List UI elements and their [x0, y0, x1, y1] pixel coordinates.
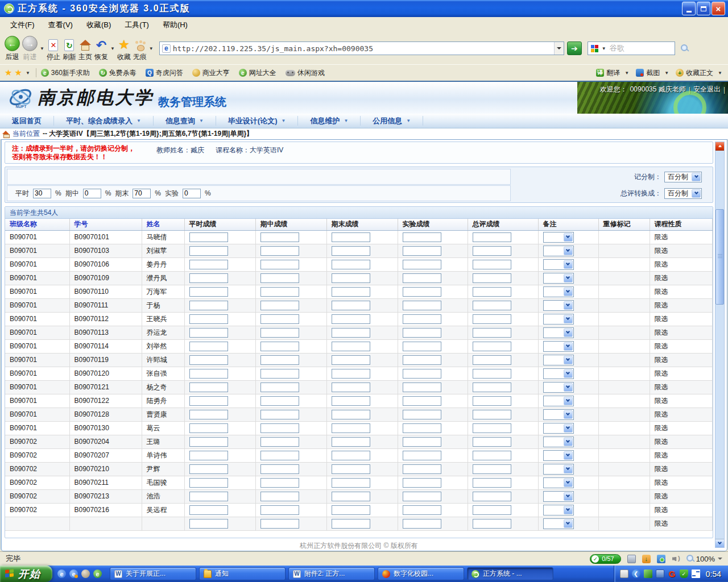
total-score-input[interactable] [473, 478, 511, 488]
regular-score-input[interactable] [189, 369, 228, 379]
lab-score-input[interactable] [403, 410, 441, 419]
final-score-input[interactable] [332, 492, 370, 501]
remark-select[interactable] [543, 450, 574, 461]
midterm-score-input[interactable] [260, 423, 299, 433]
add-favorite-star-icon[interactable]: ★ [14, 68, 22, 78]
midterm-score-input[interactable] [260, 437, 299, 447]
menu-item[interactable]: 收藏(B) [80, 18, 118, 32]
taskbar-task-button[interactable]: 数字化校园... [378, 567, 464, 580]
bookmark-item[interactable]: 译翻译 [596, 68, 620, 78]
screenshot-tool-icon[interactable] [657, 555, 665, 563]
final-score-input[interactable] [332, 232, 370, 242]
total-score-input[interactable] [473, 328, 511, 338]
regular-score-input[interactable] [189, 328, 228, 338]
nav-item[interactable]: 信息查询▼ [154, 116, 216, 126]
remark-select[interactable] [543, 491, 574, 502]
menu-item[interactable]: 帮助(H) [156, 18, 195, 32]
regular-score-input[interactable] [189, 355, 228, 365]
midterm-score-input[interactable] [260, 505, 299, 515]
menu-item[interactable]: 文件(F) [3, 18, 42, 32]
chevron-down-icon[interactable] [564, 465, 573, 473]
midterm-score-input[interactable] [260, 383, 299, 392]
regular-score-input[interactable] [189, 423, 228, 433]
lab-score-input[interactable] [403, 478, 441, 488]
midterm-score-input[interactable] [260, 342, 299, 351]
regular-score-input[interactable] [189, 478, 228, 488]
chevron-down-icon[interactable] [692, 189, 701, 198]
total-score-input[interactable] [473, 396, 511, 406]
lab-score-input[interactable] [403, 314, 441, 324]
lab-score-input[interactable] [403, 246, 441, 256]
favorites-button[interactable]: ★ 收藏 [117, 35, 131, 62]
chevron-down-icon[interactable] [564, 492, 573, 501]
chevron-down-icon[interactable] [564, 301, 573, 310]
show-desktop-icon[interactable] [81, 569, 90, 578]
midterm-score-input[interactable] [260, 273, 299, 283]
restore-window-button[interactable] [697, 2, 710, 15]
remark-select[interactable] [543, 355, 574, 365]
pc-repair-icon[interactable] [627, 555, 636, 563]
lab-score-input[interactable] [403, 260, 441, 269]
midterm-weight-input[interactable] [83, 189, 101, 198]
menu-item[interactable]: 工具(T) [118, 18, 156, 32]
total-score-input[interactable] [473, 260, 511, 269]
lab-score-input[interactable] [403, 273, 441, 283]
lab-score-input[interactable] [403, 342, 441, 351]
input-method-icon[interactable] [692, 569, 700, 578]
chevron-down-icon[interactable] [564, 410, 573, 419]
stop-button[interactable]: ✕ 停止 [47, 35, 60, 62]
total-score-input[interactable] [473, 410, 511, 419]
lab-score-input[interactable] [403, 369, 441, 379]
bookmark-item[interactable]: 截图 [636, 68, 660, 78]
total-score-input[interactable] [473, 451, 511, 460]
search-input[interactable]: ▼ 谷歌 [588, 41, 675, 55]
total-score-input[interactable] [473, 342, 511, 351]
final-score-input[interactable] [332, 396, 370, 406]
search-engine-dropdown-icon[interactable]: ▼ [602, 46, 606, 51]
regular-score-input[interactable] [189, 383, 228, 392]
midterm-score-input[interactable] [260, 287, 299, 297]
chevron-down-icon[interactable]: ▼ [624, 70, 629, 76]
ie-gold-icon[interactable]: e [69, 569, 78, 578]
history-dropdown-icon[interactable]: ▼ [40, 46, 44, 51]
nav-item[interactable]: 信息维护▼ [298, 116, 361, 126]
chevron-down-icon[interactable] [564, 424, 573, 433]
midterm-score-input[interactable] [260, 314, 299, 324]
total-score-input[interactable] [473, 423, 511, 433]
midterm-score-input[interactable] [260, 410, 299, 419]
speaker-icon[interactable] [672, 555, 680, 563]
remark-select[interactable] [543, 518, 574, 529]
bookmark-item[interactable]: e360新手求助 [41, 68, 90, 78]
midterm-score-input[interactable] [260, 355, 299, 365]
lab-score-input[interactable] [403, 328, 441, 338]
midterm-score-input[interactable] [260, 492, 299, 501]
chevron-down-icon[interactable] [564, 260, 573, 269]
final-score-input[interactable] [332, 478, 370, 488]
total-score-input[interactable] [473, 287, 511, 297]
close-button[interactable]: × [712, 2, 725, 15]
midterm-score-input[interactable] [260, 301, 299, 310]
regular-score-input[interactable] [189, 232, 228, 242]
chevron-down-icon[interactable] [564, 356, 573, 364]
grading-system-select[interactable]: 百分制 [664, 172, 702, 182]
remark-select[interactable] [543, 423, 574, 434]
scroll-down-button[interactable] [715, 539, 724, 547]
total-score-input[interactable] [473, 273, 511, 283]
go-button[interactable]: ➔ [567, 41, 582, 55]
network-icon[interactable] [656, 569, 664, 578]
remark-select[interactable] [543, 286, 574, 297]
midterm-score-input[interactable] [260, 478, 299, 488]
incognito-dropdown-icon[interactable]: ▼ [149, 46, 154, 51]
chevron-down-icon[interactable] [564, 315, 573, 323]
chevron-down-icon[interactable] [564, 451, 573, 460]
scroll-up-button[interactable] [715, 142, 724, 151]
total-score-input[interactable] [473, 464, 511, 474]
remark-select[interactable] [543, 327, 574, 338]
final-score-input[interactable] [332, 410, 370, 419]
download-manager-icon[interactable]: ↓ [642, 555, 651, 563]
bookmark-item[interactable]: Q奇虎问答 [146, 68, 183, 78]
final-score-input[interactable] [332, 423, 370, 433]
final-score-input[interactable] [332, 328, 370, 338]
taskbar-task-button[interactable]: 正方系统 - ... [467, 567, 553, 580]
total-score-input[interactable] [473, 383, 511, 392]
